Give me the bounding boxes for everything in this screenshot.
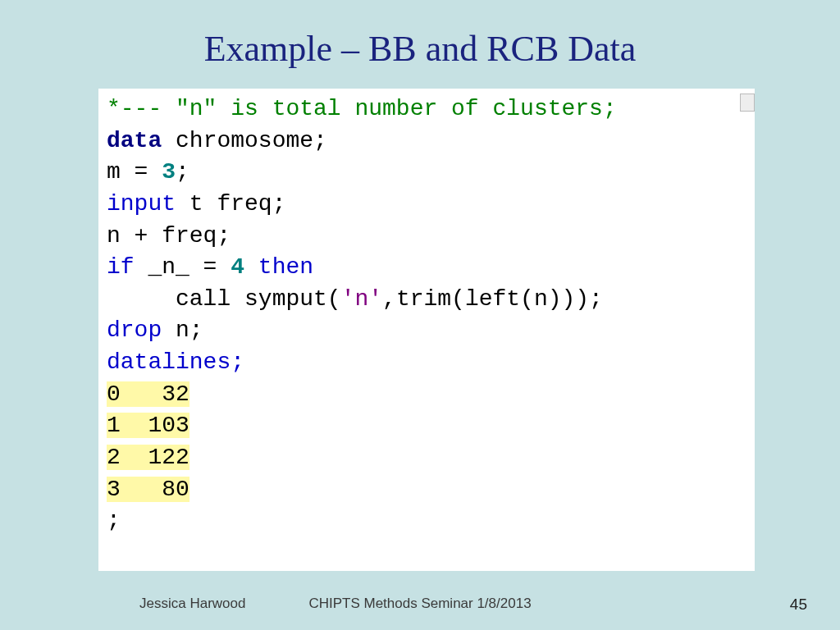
dataline-row: 1 103 [107,413,189,438]
dataline-row: 0 32 [107,381,189,407]
code-number: 4 [231,254,244,280]
footer-page-number: 45 [790,596,807,614]
code-keyword-data: data [107,128,162,153]
slide-footer: Jessica Harwood CHIPTS Methods Seminar 1… [0,596,840,619]
footer-seminar: CHIPTS Methods Seminar 1/8/2013 [0,596,840,612]
code-string: 'n' [341,286,382,312]
code-number: 3 [162,159,176,185]
code-keyword-then: then [244,254,313,280]
code-text: t freq; [176,191,285,217]
code-comment: *--- "n" is total number of clusters; [107,96,617,121]
scroll-marker-icon [740,94,755,112]
code-text: ; [107,508,121,533]
dataline-row: 3 80 [107,477,189,502]
code-keyword-input: input [107,191,176,217]
dataline-row: 2 122 [107,445,189,470]
code-text: ,trim(left(n))); [382,286,603,312]
code-text: n; [162,317,203,343]
code-text: _n_ = [135,254,231,280]
slide-title: Example – BB and RCB Data [0,0,840,78]
code-text: call symput( [107,286,341,312]
code-keyword-datalines: datalines; [107,349,244,375]
code-block: *--- "n" is total number of clusters; da… [98,89,755,571]
code-text: ; [176,159,189,185]
slide: Example – BB and RCB Data *--- "n" is to… [0,0,840,630]
code-text: m = [107,159,162,185]
code-text: chromosome; [162,128,327,153]
code-keyword-drop: drop [107,317,162,343]
code-text: n + freq; [107,223,231,249]
code-keyword-if: if [107,254,135,280]
